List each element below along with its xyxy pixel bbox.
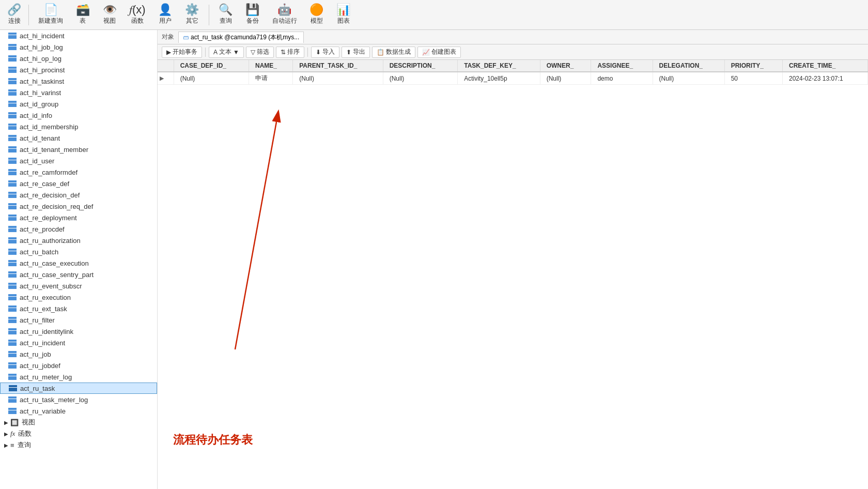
create-chart-button[interactable]: 📈 创建图表 bbox=[417, 47, 461, 58]
sidebar-item-act_ru_incident[interactable]: act_ru_incident bbox=[0, 337, 157, 348]
chart-button[interactable]: 📊 图表 bbox=[331, 2, 356, 27]
function-group-label: 函数 bbox=[18, 429, 32, 438]
query-button[interactable]: 🔍 查询 bbox=[213, 2, 238, 27]
sidebar-item-label: act_ru_ext_task bbox=[20, 305, 67, 313]
begin-tx-label: 开始事务 bbox=[173, 48, 197, 56]
sidebar-item-label: act_hi_op_log bbox=[20, 55, 61, 63]
sidebar-item-label: act_hi_incident bbox=[20, 32, 65, 40]
other-button[interactable]: ⚙️ 其它 bbox=[180, 2, 205, 27]
filter-button[interactable]: ▽ 筛选 bbox=[246, 47, 274, 58]
auto-run-icon: 🤖 bbox=[277, 4, 291, 16]
sidebar-item-act_ru_variable[interactable]: act_ru_variable bbox=[0, 405, 157, 417]
main-layout: act_hi_incidentact_hi_job_logact_hi_op_l… bbox=[0, 30, 868, 489]
sidebar-item-act_ru_task_meter_log[interactable]: act_ru_task_meter_log bbox=[0, 394, 157, 405]
view-button[interactable]: 👁️ 视图 bbox=[97, 2, 122, 27]
begin-tx-button[interactable]: ▶ 开始事务 bbox=[162, 47, 202, 58]
sidebar-item-act_ru_job[interactable]: act_ru_job bbox=[0, 348, 157, 360]
sidebar-item-act_ru_case_execution[interactable]: act_ru_case_execution bbox=[0, 257, 157, 269]
user-button[interactable]: 👤 用户 bbox=[153, 2, 178, 27]
table-list-icon bbox=[8, 317, 17, 323]
sidebar-item-act_ru_identitylink[interactable]: act_ru_identitylink bbox=[0, 326, 157, 337]
query-label: 查询 bbox=[220, 17, 232, 25]
table-list-icon bbox=[8, 362, 17, 369]
col-create-time[interactable]: CREATE_TIME_ bbox=[782, 60, 867, 72]
sidebar-item-act_re_decision_def[interactable]: act_re_decision_def bbox=[0, 189, 157, 201]
filter-label: 筛选 bbox=[257, 48, 269, 56]
col-task-def-key[interactable]: TASK_DEF_KEY_ bbox=[458, 60, 540, 72]
sidebar-item-act_ru_jobdef[interactable]: act_ru_jobdef bbox=[0, 360, 157, 371]
col-owner[interactable]: OWNER_ bbox=[540, 60, 591, 72]
object-tab-label[interactable]: 对象 bbox=[162, 33, 174, 41]
sidebar-item-act_hi_varinst[interactable]: act_hi_varinst bbox=[0, 87, 157, 98]
sidebar-item-act_ru_task[interactable]: act_ru_task bbox=[0, 383, 157, 394]
export-button[interactable]: ⬆ 导出 bbox=[342, 47, 370, 58]
sidebar-item-act_id_tenant_member[interactable]: act_id_tenant_member bbox=[0, 144, 157, 155]
sidebar-item-label: act_hi_taskinst bbox=[20, 78, 64, 85]
sidebar-item-label: act_ru_event_subscr bbox=[20, 282, 82, 290]
import-button[interactable]: ⬇ 导入 bbox=[311, 47, 339, 58]
col-case-def-id[interactable]: CASE_DEF_ID_ bbox=[174, 60, 249, 72]
table-list-icon bbox=[8, 192, 17, 198]
content-area: 对象 🗃 act_ru_task @camunda719 (本机mys... ▶… bbox=[158, 30, 868, 489]
connect-button[interactable]: 🔗 连接 bbox=[4, 2, 24, 27]
sidebar-item-act_hi_incident[interactable]: act_hi_incident bbox=[0, 30, 157, 41]
query-icon: 🔍 bbox=[219, 4, 233, 16]
new-query-button[interactable]: 📄 新建查询 bbox=[33, 2, 68, 27]
col-priority[interactable]: PRIORITY_ bbox=[724, 60, 782, 72]
table-header-row: CASE_DEF_ID_ NAME_ PARENT_TASK_ID_ DESCR… bbox=[158, 60, 868, 72]
col-name[interactable]: NAME_ bbox=[249, 60, 293, 72]
sidebar-item-act_re_deployment[interactable]: act_re_deployment bbox=[0, 212, 157, 223]
sidebar-item-act_ru_case_sentry_part[interactable]: act_ru_case_sentry_part bbox=[0, 269, 157, 280]
active-tab[interactable]: 🗃 act_ru_task @camunda719 (本机mys... bbox=[178, 32, 304, 43]
sidebar-item-act_re_case_def[interactable]: act_re_case_def bbox=[0, 178, 157, 189]
sidebar-item-act_id_user[interactable]: act_id_user bbox=[0, 155, 157, 166]
table-list-icon bbox=[8, 249, 17, 255]
col-parent-task-id[interactable]: PARENT_TASK_ID_ bbox=[293, 60, 383, 72]
sidebar-item-act_ru_meter_log[interactable]: act_ru_meter_log bbox=[0, 371, 157, 383]
sidebar-item-act_hi_procinst[interactable]: act_hi_procinst bbox=[0, 64, 157, 75]
sidebar-item-act_id_info[interactable]: act_id_info bbox=[0, 110, 157, 121]
generate-data-button[interactable]: 📋 数据生成 bbox=[372, 47, 415, 58]
sidebar-item-act_ru_event_subscr[interactable]: act_ru_event_subscr bbox=[0, 280, 157, 292]
backup-button[interactable]: 💾 备份 bbox=[240, 2, 265, 27]
sidebar-item-act_id_tenant[interactable]: act_id_tenant bbox=[0, 132, 157, 144]
table-list-icon bbox=[8, 283, 17, 289]
cell-assignee-: demo bbox=[591, 72, 653, 85]
sidebar-item-label: act_re_camformdef bbox=[20, 169, 78, 176]
text-label: 文本 bbox=[219, 48, 231, 56]
sidebar-item-act_re_procdef[interactable]: act_re_procdef bbox=[0, 223, 157, 235]
auto-run-button[interactable]: 🤖 自动运行 bbox=[267, 2, 302, 27]
function-group-arrow: ▶ bbox=[4, 431, 8, 437]
sidebar-group-view[interactable]: ▶ 🔲 视图 bbox=[0, 417, 157, 428]
col-assignee[interactable]: ASSIGNEE_ bbox=[591, 60, 653, 72]
sidebar-group-query[interactable]: ▶ ≡ 查询 bbox=[0, 439, 157, 451]
sidebar-item-act_hi_job_log[interactable]: act_hi_job_log bbox=[0, 41, 157, 53]
sidebar-item-act_ru_authorization[interactable]: act_ru_authorization bbox=[0, 235, 157, 246]
text-button[interactable]: A 文本 ▼ bbox=[209, 47, 244, 58]
sidebar-item-act_ru_ext_task[interactable]: act_ru_ext_task bbox=[0, 303, 157, 314]
col-delegation[interactable]: DELEGATION_ bbox=[653, 60, 724, 72]
sidebar-item-label: act_hi_job_log bbox=[20, 43, 63, 51]
sort-button[interactable]: ⇅ 排序 bbox=[276, 47, 304, 58]
col-description[interactable]: DESCRIPTION_ bbox=[383, 60, 458, 72]
sidebar-item-act_id_membership[interactable]: act_id_membership bbox=[0, 121, 157, 132]
sidebar-item-act_hi_op_log[interactable]: act_hi_op_log bbox=[0, 53, 157, 64]
sidebar-item-act_ru_filter[interactable]: act_ru_filter bbox=[0, 314, 157, 326]
sidebar-item-act_re_decision_req_def[interactable]: act_re_decision_req_def bbox=[0, 201, 157, 212]
table-body: ▶(Null)申请(Null)(Null)Activity_10ell5p(Nu… bbox=[158, 72, 868, 85]
function-button[interactable]: 𝑓(x) 函数 bbox=[124, 2, 151, 27]
function-label: 函数 bbox=[131, 17, 144, 25]
table-row[interactable]: ▶(Null)申请(Null)(Null)Activity_10ell5p(Nu… bbox=[158, 72, 868, 85]
view-group-label: 视图 bbox=[22, 418, 35, 427]
sidebar-item-label: act_ru_identitylink bbox=[20, 328, 73, 335]
table-list-icon bbox=[8, 408, 17, 414]
table-button[interactable]: 🗃️ 表 bbox=[70, 2, 95, 27]
model-button[interactable]: 🟠 模型 bbox=[304, 2, 329, 27]
sidebar-item-act_re_camformdef[interactable]: act_re_camformdef bbox=[0, 166, 157, 178]
sidebar-item-label: act_hi_procinst bbox=[20, 66, 65, 74]
sidebar-item-act_hi_taskinst[interactable]: act_hi_taskinst bbox=[0, 75, 157, 87]
sidebar-group-function[interactable]: ▶ fx 函数 bbox=[0, 428, 157, 439]
sidebar-item-act_ru_batch[interactable]: act_ru_batch bbox=[0, 246, 157, 257]
sidebar-item-act_ru_execution[interactable]: act_ru_execution bbox=[0, 292, 157, 303]
sidebar-item-act_id_group[interactable]: act_id_group bbox=[0, 98, 157, 110]
